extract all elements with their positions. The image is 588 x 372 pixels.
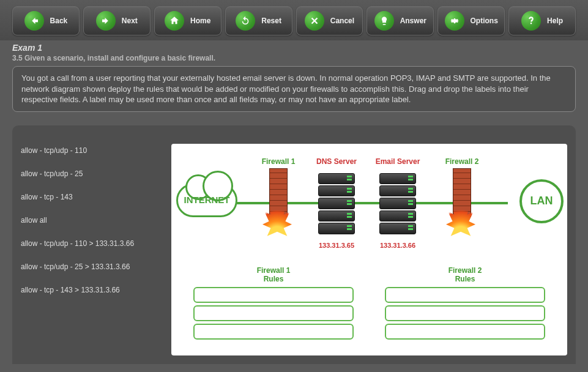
question-icon bbox=[521, 11, 541, 31]
firewall1-drop-slot[interactable] bbox=[193, 324, 354, 340]
options-button[interactable]: Options bbox=[437, 6, 505, 35]
firewall2-icon bbox=[450, 168, 474, 236]
options-label: Options bbox=[471, 17, 498, 25]
dns-server-label: DNS Server bbox=[309, 157, 364, 166]
network-diagram: Firewall 1 DNS Server Email Server Firew… bbox=[171, 144, 567, 355]
firewall2-drop-slot[interactable] bbox=[385, 324, 545, 340]
firewall2-label: Firewall 2 bbox=[434, 157, 489, 166]
firewall1-drop-slot[interactable] bbox=[193, 305, 354, 321]
scenario-text: You got a call from a user reporting tha… bbox=[12, 66, 576, 112]
reset-label: Reset bbox=[261, 17, 281, 25]
internet-cloud-icon: INTERNET bbox=[176, 184, 237, 220]
question-header: Exam 1 3.5 Given a scenario, install and… bbox=[0, 40, 588, 117]
work-area: allow - tcp/udp - 110 allow - tcp/udp - … bbox=[12, 125, 576, 364]
help-label: Help bbox=[547, 17, 563, 25]
drag-label[interactable]: allow - tcp/udp - 25 > 133.31.3.66 bbox=[21, 262, 162, 271]
internet-label: INTERNET bbox=[176, 195, 237, 205]
x-icon bbox=[305, 11, 324, 31]
gear-icon bbox=[445, 11, 464, 31]
answer-button[interactable]: Answer bbox=[367, 6, 434, 35]
home-icon bbox=[165, 11, 184, 31]
email-ip: 133.31.3.66 bbox=[370, 242, 425, 249]
email-server-label: Email Server bbox=[370, 157, 425, 166]
bulb-icon bbox=[374, 11, 394, 31]
email-server-icon bbox=[379, 173, 416, 234]
firewall2-rules-column: Firewall 2Rules bbox=[385, 266, 545, 343]
drag-label[interactable]: allow all bbox=[21, 216, 162, 225]
drag-label[interactable]: allow - tcp - 143 bbox=[21, 193, 162, 201]
refresh-icon bbox=[236, 11, 255, 31]
home-label: Home bbox=[190, 17, 210, 25]
firewall2-drop-slot[interactable] bbox=[385, 305, 545, 321]
back-button[interactable]: Back bbox=[12, 6, 80, 35]
toolbar: Back Next Home Reset Cancel Answer Optio… bbox=[0, 0, 588, 40]
firewall1-drop-slot[interactable] bbox=[193, 287, 354, 303]
drag-label[interactable]: allow - tcp/udp - 25 bbox=[21, 169, 162, 178]
firewall2-rules-title: Firewall 2Rules bbox=[385, 266, 545, 284]
drag-label[interactable]: allow - tcp - 143 > 133.31.3.66 bbox=[21, 286, 162, 294]
answer-label: Answer bbox=[400, 17, 426, 25]
help-button[interactable]: Help bbox=[508, 6, 576, 35]
back-label: Back bbox=[50, 17, 68, 25]
reset-button[interactable]: Reset bbox=[225, 6, 292, 35]
firewall2-drop-slot[interactable] bbox=[385, 287, 545, 303]
firewall1-label: Firewall 1 bbox=[251, 157, 306, 166]
cancel-label: Cancel bbox=[330, 17, 354, 25]
arrow-left-icon bbox=[24, 11, 44, 31]
exam-title: Exam 1 bbox=[12, 40, 576, 54]
lan-icon: LAN bbox=[519, 179, 564, 223]
firewall1-rules-title: Firewall 1Rules bbox=[193, 266, 354, 284]
dns-server-icon bbox=[318, 173, 355, 234]
next-label: Next bbox=[122, 17, 138, 25]
firewall1-icon bbox=[266, 168, 291, 236]
cancel-button[interactable]: Cancel bbox=[296, 6, 363, 35]
drag-labels-column: allow - tcp/udp - 110 allow - tcp/udp - … bbox=[21, 144, 162, 355]
drag-label[interactable]: allow - tcp/udp - 110 > 133.31.3.66 bbox=[21, 239, 162, 248]
topology: Firewall 1 DNS Server Email Server Firew… bbox=[171, 144, 567, 260]
drag-label[interactable]: allow - tcp/udp - 110 bbox=[21, 146, 162, 155]
objective-text: 3.5 Given a scenario, install and config… bbox=[12, 54, 576, 66]
next-button[interactable]: Next bbox=[83, 6, 151, 35]
arrow-right-icon bbox=[96, 11, 116, 31]
firewall1-rules-column: Firewall 1Rules bbox=[193, 266, 354, 343]
lan-label: LAN bbox=[530, 195, 553, 207]
rules-zone: Firewall 1Rules Firewall 2Rules bbox=[171, 266, 567, 343]
dns-ip: 133.31.3.65 bbox=[309, 242, 364, 249]
home-button[interactable]: Home bbox=[154, 6, 221, 35]
